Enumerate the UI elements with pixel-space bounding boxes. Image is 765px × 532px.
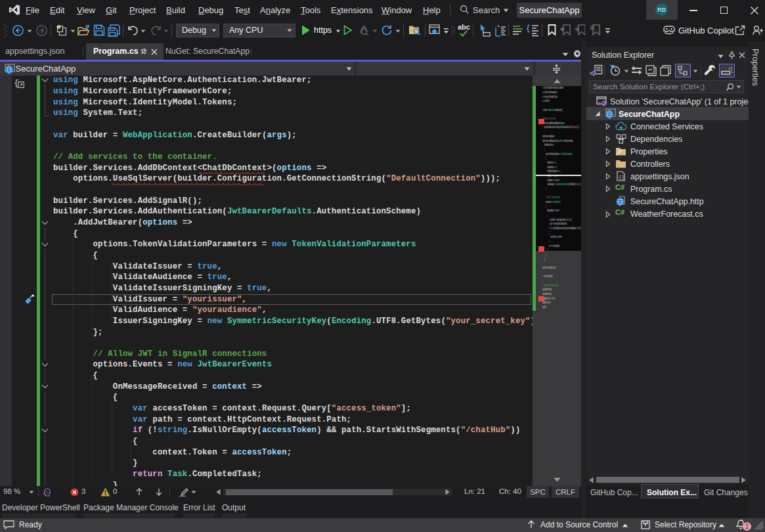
svg-text:{}: {} bbox=[619, 175, 624, 180]
